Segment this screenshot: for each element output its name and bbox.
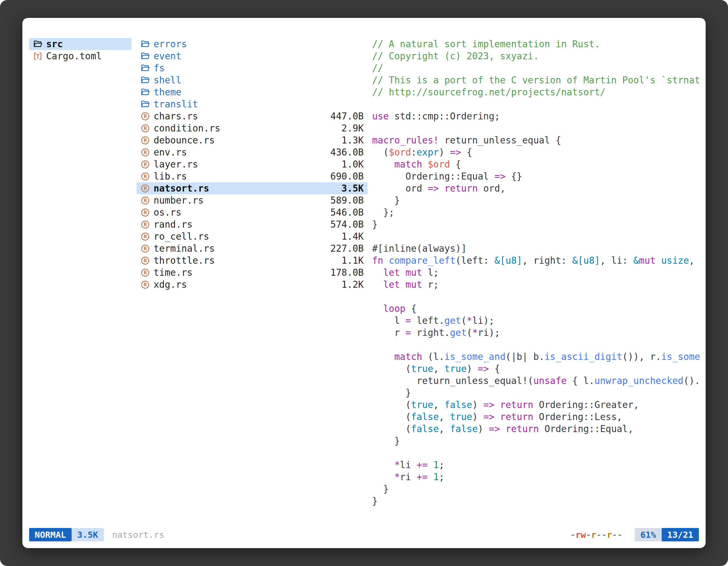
item-name: layer.rs <box>154 158 198 170</box>
item-name: lib.rs <box>154 170 187 182</box>
item-name: Cargo.toml <box>46 50 102 62</box>
item-size: 1.1K <box>342 255 364 267</box>
code-line: // <box>372 62 702 74</box>
file-size-badge: 3.5K <box>72 528 104 541</box>
item-size: 178.0B <box>330 267 364 279</box>
item-name: shell <box>154 74 181 86</box>
rust-icon: R <box>140 256 150 266</box>
code-line: } <box>372 483 702 495</box>
parent-directory-pane: srcCargo.toml <box>29 38 131 62</box>
svg-text:R: R <box>144 173 147 179</box>
item-name: env.rs <box>154 146 187 158</box>
desktop-background: srcCargo.toml errorseventfsshellthemetra… <box>0 0 728 566</box>
rust-icon: R <box>140 148 150 157</box>
item-size: 3.5K <box>342 182 364 194</box>
dir-item-event[interactable]: event <box>137 50 368 62</box>
code-line: } <box>372 495 702 507</box>
svg-text:R: R <box>144 137 147 143</box>
item-name: throttle.rs <box>154 255 215 267</box>
file-item-lib.rs[interactable]: Rlib.rs690.0B <box>137 170 368 182</box>
dir-icon <box>140 100 150 109</box>
code-line: // Copyright (c) 2023, sxyazi. <box>372 50 702 62</box>
svg-text:R: R <box>144 125 147 131</box>
svg-text:R: R <box>144 246 147 252</box>
dir-item-fs[interactable]: fs <box>137 62 368 74</box>
rust-icon: R <box>140 160 150 169</box>
file-item-condition.rs[interactable]: Rcondition.rs2.9K <box>137 122 368 134</box>
item-name: ro_cell.rs <box>154 231 209 243</box>
code-line: fn compare_left(left: &[u8], right: &[u8… <box>372 255 702 267</box>
dir-icon <box>140 88 150 97</box>
file-item-time.rs[interactable]: Rtime.rs178.0B <box>137 267 368 279</box>
code-line: r = right.get(*ri); <box>372 326 702 339</box>
file-item-ro_cell.rs[interactable]: Rro_cell.rs1.4K <box>137 231 368 243</box>
code-line: } <box>372 387 702 399</box>
code-line: (true, false) => return Ordering::Greate… <box>372 399 702 411</box>
code-line: // This is a port of the C version of Ma… <box>372 74 702 86</box>
code-line: macro_rules! return_unless_equal { <box>372 134 702 146</box>
rust-icon: R <box>140 136 150 145</box>
code-line <box>372 290 702 302</box>
dir-icon <box>140 51 150 61</box>
item-size: 2.9K <box>342 122 364 134</box>
file-item-chars.rs[interactable]: Rchars.rs447.0B <box>137 110 368 122</box>
mode-badge: NORMAL <box>29 528 72 541</box>
svg-text:R: R <box>144 161 147 167</box>
svg-text:R: R <box>144 282 147 287</box>
file-item-number.rs[interactable]: Rnumber.rs589.0B <box>137 194 368 206</box>
rust-icon: R <box>140 244 150 254</box>
code-line <box>372 339 702 351</box>
item-size: 574.0B <box>330 219 364 231</box>
file-item-env.rs[interactable]: Renv.rs436.0B <box>137 146 368 158</box>
status-bar: NORMAL 3.5K natsort.rs -rw-r--r-- 61% 13… <box>29 528 699 541</box>
item-size: 690.0B <box>330 170 364 182</box>
dir-item-translit[interactable]: translit <box>137 98 368 110</box>
code-line: l = left.get(*li); <box>372 314 702 326</box>
file-item-throttle.rs[interactable]: Rthrottle.rs1.1K <box>137 255 368 267</box>
file-item-xdg.rs[interactable]: Rxdg.rs1.2K <box>137 279 368 290</box>
file-item-Cargo.toml[interactable]: Cargo.toml <box>29 50 131 62</box>
dir-item-errors[interactable]: errors <box>137 38 368 50</box>
item-name: terminal.rs <box>154 243 215 255</box>
code-line: (false, true) => return Ordering::Less, <box>372 411 702 423</box>
file-preview-pane: // A natural sort implementation in Rust… <box>372 38 702 507</box>
item-size: 589.0B <box>330 194 364 206</box>
code-line: ($ord:expr) => { <box>372 146 702 158</box>
item-name: os.rs <box>154 206 181 219</box>
code-line: loop { <box>372 302 702 314</box>
code-line: use std::cmp::Ordering; <box>372 110 702 122</box>
rust-icon: R <box>140 220 150 229</box>
item-name: fs <box>154 62 165 74</box>
item-size: 227.0B <box>330 243 364 255</box>
item-name: condition.rs <box>154 122 220 134</box>
item-name: time.rs <box>154 267 192 279</box>
code-line <box>372 447 702 459</box>
file-item-debounce.rs[interactable]: Rdebounce.rs1.3K <box>137 134 368 146</box>
scroll-percent-badge: 61% <box>635 528 662 541</box>
svg-text:R: R <box>144 222 147 227</box>
item-size: 436.0B <box>330 146 364 158</box>
file-item-terminal.rs[interactable]: Rterminal.rs227.0B <box>137 243 368 255</box>
dir-item-src[interactable]: src <box>29 38 131 50</box>
file-item-os.rs[interactable]: Ros.rs546.0B <box>137 206 368 219</box>
file-item-natsort.rs[interactable]: Rnatsort.rs3.5K <box>137 182 368 194</box>
code-line: Ordering::Equal => {} <box>372 170 702 182</box>
code-line: // http://sourcefrog.net/projects/natsor… <box>372 86 702 98</box>
dir-item-theme[interactable]: theme <box>137 86 368 98</box>
item-size: 546.0B <box>330 206 364 219</box>
dir-icon <box>140 39 150 49</box>
svg-text:R: R <box>144 210 147 215</box>
svg-text:R: R <box>144 149 147 155</box>
code-line: #[inline(always)] <box>372 243 702 255</box>
rust-icon: R <box>140 196 150 205</box>
rust-icon: R <box>140 208 150 217</box>
toml-icon <box>33 51 43 61</box>
code-line <box>372 122 702 134</box>
file-item-rand.rs[interactable]: Rrand.rs574.0B <box>137 219 368 231</box>
dir-item-shell[interactable]: shell <box>137 74 368 86</box>
rust-icon: R <box>140 172 150 181</box>
code-line: // A natural sort implementation in Rust… <box>372 38 702 50</box>
code-line: (true, true) => { <box>372 363 702 375</box>
code-line <box>372 98 702 110</box>
file-item-layer.rs[interactable]: Rlayer.rs1.0K <box>137 158 368 170</box>
